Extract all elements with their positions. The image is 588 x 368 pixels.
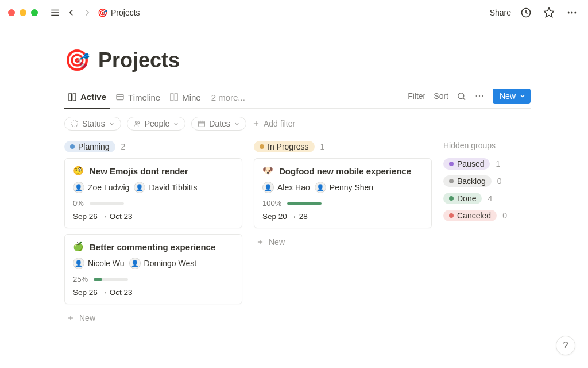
page-title[interactable]: Projects [98,48,180,72]
share-button[interactable]: Share [490,8,511,17]
updates-icon[interactable] [518,5,534,21]
assignee: 👤Zoe Ludwig [73,182,129,193]
assignee-name: Zoe Ludwig [88,183,129,192]
status-tag: Canceled [443,210,497,221]
help-button[interactable]: ? [556,336,575,355]
maximize-window[interactable] [31,9,38,16]
progress-label: 100% [262,199,281,208]
group-count: 1 [496,159,500,168]
card-title: Better commenting experience [90,242,215,252]
search-icon[interactable] [457,91,466,101]
svg-point-6 [571,12,573,14]
add-filter[interactable]: Add filter [252,119,295,128]
card-dates: Sep 26 → Oct 23 [73,212,234,221]
people-icon [133,120,141,128]
forward-button[interactable] [79,5,95,21]
view-tabs: Active Timeline Mine 2 more... Filter So… [64,89,531,109]
add-card[interactable]: New [64,310,242,326]
board: Planning2 🧐New Emojis dont render 👤Zoe L… [64,141,531,326]
back-button[interactable] [63,5,79,21]
column-count: 1 [320,142,325,151]
assignee-name: David Tibbitts [149,183,197,192]
avatar: 👤 [315,182,326,193]
svg-point-19 [72,121,78,127]
tab-timeline[interactable]: Timeline [112,89,164,108]
tab-label: Active [80,92,106,102]
progress-label: 0% [73,199,84,208]
avatar: 👤 [73,182,84,193]
board-card[interactable]: 🍏Better commenting experience 👤Nicole Wu… [64,234,242,304]
assignee: 👤Nicole Wu [73,258,125,269]
filter-people[interactable]: People [127,117,186,131]
filter-button[interactable]: Filter [408,91,425,101]
assignee: 👤Alex Hao [262,182,310,193]
page-icon[interactable]: 🎯 [64,48,90,72]
hidden-groups-title: Hidden groups [443,141,541,150]
filter-label: Status [82,119,105,128]
avatar: 👤 [73,258,84,269]
status-name: Paused [457,159,484,168]
plus-icon [252,120,260,128]
window-controls [8,9,38,16]
plus-icon [256,238,264,246]
chevron-down-icon [519,93,526,99]
status-dot [260,144,264,149]
plus-icon [67,314,75,322]
minimize-window[interactable] [20,9,26,16]
svg-point-21 [138,122,140,124]
top-actions: Share [490,5,580,21]
status-dot [70,144,75,149]
status-name: Canceled [457,211,491,220]
topbar: 🎯 Projects Share [0,0,588,25]
assignee-name: Nicole Wu [88,259,125,268]
svg-point-16 [476,95,477,97]
calendar-icon [198,120,206,128]
svg-line-15 [463,98,465,99]
assignee: 👤Domingo West [129,258,197,269]
more-icon[interactable] [564,5,580,21]
avatar: 👤 [262,182,274,193]
close-window[interactable] [8,9,15,16]
menu-icon[interactable] [47,5,63,21]
card-emoji: 🧐 [73,166,84,176]
add-card[interactable]: New [254,234,432,250]
column-count: 2 [121,142,126,151]
hidden-group-row[interactable]: Paused1 [443,158,541,170]
hidden-group-row[interactable]: Canceled0 [443,210,541,221]
status-tag[interactable]: Planning [64,141,115,152]
hidden-group-row[interactable]: Done4 [443,193,541,204]
assignee: 👤David Tibbitts [134,182,197,193]
progress-label: 25% [73,275,88,283]
tab-active[interactable]: Active [64,89,110,109]
svg-point-5 [568,12,570,14]
breadcrumb[interactable]: 🎯 Projects [98,8,140,17]
group-count: 4 [488,194,492,203]
chevron-down-icon [234,121,240,127]
assignee: 👤Penny Shen [315,182,373,193]
board-card[interactable]: 🧐New Emojis dont render 👤Zoe Ludwig👤Davi… [64,158,242,228]
tab-mine[interactable]: Mine [166,89,204,108]
status-tag: Backlog [443,175,492,187]
favorite-icon[interactable] [541,5,557,21]
view-options-icon[interactable] [474,91,485,101]
progress-bar [94,278,128,281]
card-dates: Sep 26 → Oct 23 [73,288,234,297]
new-button-label: New [500,91,516,101]
status-tag[interactable]: In Progress [254,141,315,152]
more-views[interactable]: 2 more... [207,89,250,108]
card-emoji: 🐶 [262,166,273,176]
svg-point-20 [135,121,137,124]
card-title: New Emojis dont render [90,166,188,176]
filter-dates[interactable]: Dates [191,117,246,131]
board-card[interactable]: 🐶Dogfood new mobile experience 👤Alex Hao… [254,158,432,228]
progress-bar [90,202,124,205]
hidden-group-row[interactable]: Backlog0 [443,175,541,187]
filter-status[interactable]: Status [64,117,121,131]
board-column: In Progress1 🐶Dogfood new mobile experie… [254,141,432,250]
new-button[interactable]: New [493,89,531,103]
avatar: 👤 [134,182,145,193]
filters-row: Status People Dates Add filter [64,109,531,141]
assignee-name: Domingo West [144,259,197,268]
sort-button[interactable]: Sort [434,91,448,101]
breadcrumb-title: Projects [111,8,140,17]
